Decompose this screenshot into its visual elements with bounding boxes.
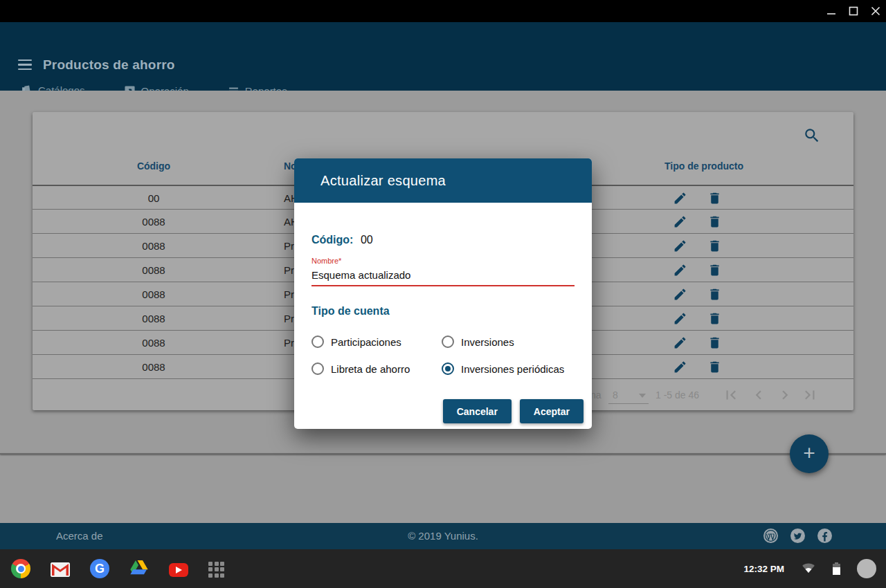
clock: 12:32 PM bbox=[743, 564, 784, 574]
cell-nombre: Pr bbox=[284, 337, 294, 349]
twitter-icon[interactable] bbox=[790, 529, 805, 543]
dialog-body: Código: 00 Nombre* Tipo de cuenta Partic… bbox=[294, 203, 592, 429]
previous-page-icon[interactable] bbox=[750, 386, 768, 404]
delete-icon[interactable] bbox=[707, 311, 722, 326]
window-titlebar bbox=[0, 0, 886, 22]
cell-nombre: Pr bbox=[284, 288, 294, 300]
nombre-input[interactable] bbox=[311, 266, 575, 286]
cell-nombre: Pr bbox=[284, 240, 294, 252]
cell-codigo: 0088 bbox=[116, 288, 192, 300]
update-scheme-dialog: Actualizar esquema Código: 00 Nombre* Ti… bbox=[294, 158, 592, 429]
accept-button[interactable]: Aceptar bbox=[520, 399, 584, 423]
first-page-icon[interactable] bbox=[722, 386, 740, 404]
shelf-app-icons: G bbox=[11, 549, 224, 588]
last-page-icon[interactable] bbox=[801, 386, 819, 404]
radio-inversiones[interactable]: Inversiones bbox=[442, 336, 514, 348]
delete-icon[interactable] bbox=[707, 360, 722, 374]
delete-icon[interactable] bbox=[707, 191, 722, 205]
dialog-title: Actualizar esquema bbox=[320, 173, 446, 189]
edit-icon[interactable] bbox=[673, 191, 687, 205]
battery-icon bbox=[833, 562, 840, 575]
delete-icon[interactable] bbox=[707, 239, 722, 253]
delete-icon[interactable] bbox=[707, 263, 722, 277]
cell-codigo: 0088 bbox=[116, 240, 192, 252]
facebook-icon[interactable] bbox=[817, 529, 832, 543]
maximize-button[interactable] bbox=[849, 6, 858, 16]
edit-icon[interactable] bbox=[673, 214, 687, 229]
cancel-button[interactable]: Cancelar bbox=[443, 399, 512, 423]
chevron-down-icon bbox=[639, 394, 646, 398]
page-size-select[interactable]: 8 bbox=[608, 389, 649, 404]
nombre-field-label: Nombre* bbox=[311, 257, 341, 265]
plus-icon: + bbox=[803, 443, 815, 463]
radio-libreta-de-ahorro[interactable]: Libreta de ahorro bbox=[311, 362, 410, 375]
pagination-range-label: 1 -5 de 46 bbox=[656, 389, 699, 401]
radio-circle-icon bbox=[311, 362, 324, 375]
edit-icon[interactable] bbox=[673, 336, 687, 350]
column-header-codigo: Código bbox=[116, 160, 192, 172]
window-controls bbox=[826, 0, 880, 22]
chrome-icon[interactable] bbox=[11, 559, 30, 578]
delete-icon[interactable] bbox=[707, 287, 722, 302]
dialog-actions: Cancelar Aceptar bbox=[443, 399, 584, 423]
minimize-button[interactable] bbox=[826, 6, 836, 16]
gmail-icon[interactable] bbox=[51, 562, 70, 577]
edit-icon[interactable] bbox=[673, 239, 687, 253]
codigo-value: 00 bbox=[361, 234, 373, 246]
delete-icon[interactable] bbox=[707, 336, 722, 350]
cell-codigo: 0088 bbox=[116, 361, 192, 373]
dialog-header: Actualizar esquema bbox=[294, 158, 592, 203]
add-scheme-fab[interactable]: + bbox=[790, 434, 829, 473]
avatar[interactable] bbox=[857, 559, 876, 578]
cell-codigo: 0088 bbox=[116, 337, 192, 349]
app-header: Productos de ahorro Catálogos Operación … bbox=[0, 22, 886, 91]
cell-codigo: 0088 bbox=[116, 216, 192, 228]
codigo-label: Código: bbox=[311, 234, 353, 246]
delete-icon[interactable] bbox=[707, 214, 722, 229]
app-footer: Acerca de © 2019 Yunius. bbox=[0, 523, 886, 549]
copyright-text: © 2019 Yunius. bbox=[0, 530, 886, 542]
screen: Productos de ahorro Catálogos Operación … bbox=[0, 0, 886, 588]
radio-circle-icon bbox=[442, 336, 454, 348]
social-links bbox=[763, 529, 832, 543]
items-per-page-label: na bbox=[590, 389, 602, 401]
apps-grid-icon[interactable] bbox=[208, 562, 224, 578]
close-button[interactable] bbox=[871, 6, 880, 16]
next-page-icon[interactable] bbox=[776, 386, 794, 404]
edit-icon[interactable] bbox=[673, 263, 687, 277]
cell-codigo: 0088 bbox=[116, 264, 192, 276]
search-icon[interactable] bbox=[803, 127, 821, 145]
cell-nombre: Pr bbox=[284, 313, 294, 324]
wifi-icon bbox=[801, 561, 816, 576]
radio-participaciones[interactable]: Participaciones bbox=[311, 336, 401, 348]
page-title: Productos de ahorro bbox=[43, 57, 175, 73]
codigo-line: Código: 00 bbox=[311, 234, 373, 246]
cell-codigo: 00 bbox=[116, 192, 192, 204]
cell-codigo: 0088 bbox=[116, 313, 192, 324]
google-icon[interactable]: G bbox=[90, 559, 109, 578]
hamburger-menu-icon[interactable] bbox=[18, 59, 32, 70]
drive-icon[interactable] bbox=[129, 559, 149, 578]
radio-inversiones-periodicas[interactable]: Inversiones periódicas bbox=[442, 362, 564, 375]
edit-icon[interactable] bbox=[673, 360, 687, 374]
radio-circle-icon bbox=[311, 336, 324, 348]
edit-icon[interactable] bbox=[673, 311, 687, 326]
tipo-de-cuenta-label: Tipo de cuenta bbox=[311, 305, 390, 318]
edit-icon[interactable] bbox=[673, 287, 687, 302]
section-divider bbox=[0, 453, 886, 454]
youtube-icon[interactable] bbox=[169, 563, 188, 577]
radio-circle-icon bbox=[442, 362, 454, 375]
cell-nombre: Pr bbox=[284, 264, 294, 276]
os-shelf: G 12:32 PM bbox=[0, 549, 886, 588]
shelf-status-area[interactable]: 12:32 PM bbox=[743, 549, 876, 588]
column-header-tipo-producto: Tipo de producto bbox=[642, 160, 766, 172]
wordpress-icon[interactable] bbox=[763, 529, 778, 543]
